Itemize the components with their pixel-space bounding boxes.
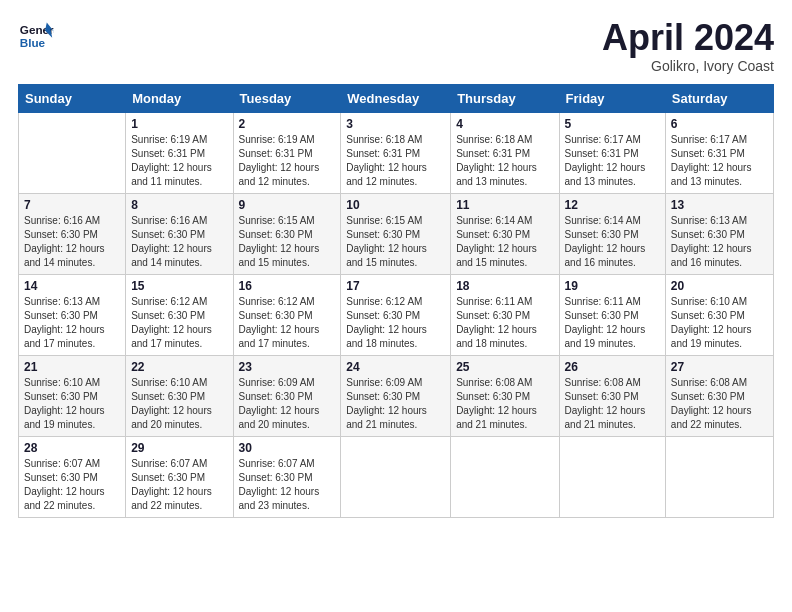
day-info: Sunrise: 6:16 AM Sunset: 6:30 PM Dayligh… [24, 215, 105, 268]
day-info: Sunrise: 6:07 AM Sunset: 6:30 PM Dayligh… [24, 458, 105, 511]
weekday-header-saturday: Saturday [665, 84, 773, 112]
day-info: Sunrise: 6:08 AM Sunset: 6:30 PM Dayligh… [456, 377, 537, 430]
calendar-cell: 3Sunrise: 6:18 AM Sunset: 6:31 PM Daylig… [341, 112, 451, 193]
day-number: 22 [131, 360, 227, 374]
calendar-cell: 6Sunrise: 6:17 AM Sunset: 6:31 PM Daylig… [665, 112, 773, 193]
calendar-cell: 7Sunrise: 6:16 AM Sunset: 6:30 PM Daylig… [19, 193, 126, 274]
day-number: 2 [239, 117, 336, 131]
calendar-cell: 23Sunrise: 6:09 AM Sunset: 6:30 PM Dayli… [233, 355, 341, 436]
day-number: 27 [671, 360, 768, 374]
day-info: Sunrise: 6:16 AM Sunset: 6:30 PM Dayligh… [131, 215, 212, 268]
calendar-cell: 14Sunrise: 6:13 AM Sunset: 6:30 PM Dayli… [19, 274, 126, 355]
logo: General Blue [18, 18, 58, 54]
day-info: Sunrise: 6:19 AM Sunset: 6:31 PM Dayligh… [131, 134, 212, 187]
day-number: 25 [456, 360, 553, 374]
weekday-header-friday: Friday [559, 84, 665, 112]
calendar-cell: 13Sunrise: 6:13 AM Sunset: 6:30 PM Dayli… [665, 193, 773, 274]
location: Golikro, Ivory Coast [602, 58, 774, 74]
day-info: Sunrise: 6:10 AM Sunset: 6:30 PM Dayligh… [671, 296, 752, 349]
day-number: 30 [239, 441, 336, 455]
day-info: Sunrise: 6:12 AM Sunset: 6:30 PM Dayligh… [131, 296, 212, 349]
day-number: 17 [346, 279, 445, 293]
weekday-header-sunday: Sunday [19, 84, 126, 112]
calendar-cell [559, 436, 665, 517]
calendar-cell [19, 112, 126, 193]
day-number: 24 [346, 360, 445, 374]
calendar-cell: 11Sunrise: 6:14 AM Sunset: 6:30 PM Dayli… [451, 193, 559, 274]
calendar-cell: 20Sunrise: 6:10 AM Sunset: 6:30 PM Dayli… [665, 274, 773, 355]
day-info: Sunrise: 6:14 AM Sunset: 6:30 PM Dayligh… [565, 215, 646, 268]
month-title: April 2024 [602, 18, 774, 58]
calendar-cell: 21Sunrise: 6:10 AM Sunset: 6:30 PM Dayli… [19, 355, 126, 436]
calendar-cell: 4Sunrise: 6:18 AM Sunset: 6:31 PM Daylig… [451, 112, 559, 193]
day-info: Sunrise: 6:18 AM Sunset: 6:31 PM Dayligh… [456, 134, 537, 187]
day-number: 12 [565, 198, 660, 212]
day-info: Sunrise: 6:08 AM Sunset: 6:30 PM Dayligh… [565, 377, 646, 430]
day-number: 19 [565, 279, 660, 293]
day-number: 18 [456, 279, 553, 293]
day-info: Sunrise: 6:12 AM Sunset: 6:30 PM Dayligh… [346, 296, 427, 349]
header: General Blue April 2024 Golikro, Ivory C… [18, 18, 774, 74]
day-info: Sunrise: 6:11 AM Sunset: 6:30 PM Dayligh… [565, 296, 646, 349]
calendar-cell: 10Sunrise: 6:15 AM Sunset: 6:30 PM Dayli… [341, 193, 451, 274]
calendar-cell: 28Sunrise: 6:07 AM Sunset: 6:30 PM Dayli… [19, 436, 126, 517]
day-number: 20 [671, 279, 768, 293]
day-info: Sunrise: 6:19 AM Sunset: 6:31 PM Dayligh… [239, 134, 320, 187]
calendar-cell: 19Sunrise: 6:11 AM Sunset: 6:30 PM Dayli… [559, 274, 665, 355]
day-number: 15 [131, 279, 227, 293]
day-info: Sunrise: 6:15 AM Sunset: 6:30 PM Dayligh… [239, 215, 320, 268]
calendar-cell: 15Sunrise: 6:12 AM Sunset: 6:30 PM Dayli… [126, 274, 233, 355]
calendar-cell: 5Sunrise: 6:17 AM Sunset: 6:31 PM Daylig… [559, 112, 665, 193]
day-number: 5 [565, 117, 660, 131]
day-number: 3 [346, 117, 445, 131]
calendar-cell: 29Sunrise: 6:07 AM Sunset: 6:30 PM Dayli… [126, 436, 233, 517]
calendar-cell: 8Sunrise: 6:16 AM Sunset: 6:30 PM Daylig… [126, 193, 233, 274]
day-info: Sunrise: 6:11 AM Sunset: 6:30 PM Dayligh… [456, 296, 537, 349]
day-number: 4 [456, 117, 553, 131]
day-info: Sunrise: 6:17 AM Sunset: 6:31 PM Dayligh… [671, 134, 752, 187]
day-number: 8 [131, 198, 227, 212]
calendar-cell: 17Sunrise: 6:12 AM Sunset: 6:30 PM Dayli… [341, 274, 451, 355]
day-info: Sunrise: 6:10 AM Sunset: 6:30 PM Dayligh… [24, 377, 105, 430]
calendar-cell: 1Sunrise: 6:19 AM Sunset: 6:31 PM Daylig… [126, 112, 233, 193]
calendar-cell [341, 436, 451, 517]
calendar-cell: 22Sunrise: 6:10 AM Sunset: 6:30 PM Dayli… [126, 355, 233, 436]
weekday-header-wednesday: Wednesday [341, 84, 451, 112]
day-number: 21 [24, 360, 120, 374]
day-number: 29 [131, 441, 227, 455]
day-number: 11 [456, 198, 553, 212]
day-info: Sunrise: 6:07 AM Sunset: 6:30 PM Dayligh… [131, 458, 212, 511]
calendar-page: General Blue April 2024 Golikro, Ivory C… [0, 0, 792, 612]
calendar-cell: 30Sunrise: 6:07 AM Sunset: 6:30 PM Dayli… [233, 436, 341, 517]
calendar-cell: 18Sunrise: 6:11 AM Sunset: 6:30 PM Dayli… [451, 274, 559, 355]
day-number: 6 [671, 117, 768, 131]
calendar-cell: 25Sunrise: 6:08 AM Sunset: 6:30 PM Dayli… [451, 355, 559, 436]
day-info: Sunrise: 6:09 AM Sunset: 6:30 PM Dayligh… [239, 377, 320, 430]
calendar-cell: 24Sunrise: 6:09 AM Sunset: 6:30 PM Dayli… [341, 355, 451, 436]
calendar-cell: 16Sunrise: 6:12 AM Sunset: 6:30 PM Dayli… [233, 274, 341, 355]
day-info: Sunrise: 6:18 AM Sunset: 6:31 PM Dayligh… [346, 134, 427, 187]
day-info: Sunrise: 6:13 AM Sunset: 6:30 PM Dayligh… [671, 215, 752, 268]
calendar-cell [665, 436, 773, 517]
day-number: 14 [24, 279, 120, 293]
day-number: 9 [239, 198, 336, 212]
day-number: 10 [346, 198, 445, 212]
weekday-header-tuesday: Tuesday [233, 84, 341, 112]
weekday-header-monday: Monday [126, 84, 233, 112]
calendar-table: SundayMondayTuesdayWednesdayThursdayFrid… [18, 84, 774, 518]
calendar-cell [451, 436, 559, 517]
day-number: 23 [239, 360, 336, 374]
day-info: Sunrise: 6:08 AM Sunset: 6:30 PM Dayligh… [671, 377, 752, 430]
calendar-cell: 9Sunrise: 6:15 AM Sunset: 6:30 PM Daylig… [233, 193, 341, 274]
day-number: 16 [239, 279, 336, 293]
day-number: 28 [24, 441, 120, 455]
day-info: Sunrise: 6:12 AM Sunset: 6:30 PM Dayligh… [239, 296, 320, 349]
day-info: Sunrise: 6:15 AM Sunset: 6:30 PM Dayligh… [346, 215, 427, 268]
logo-icon: General Blue [18, 18, 54, 54]
calendar-cell: 12Sunrise: 6:14 AM Sunset: 6:30 PM Dayli… [559, 193, 665, 274]
day-info: Sunrise: 6:09 AM Sunset: 6:30 PM Dayligh… [346, 377, 427, 430]
day-info: Sunrise: 6:10 AM Sunset: 6:30 PM Dayligh… [131, 377, 212, 430]
weekday-header-thursday: Thursday [451, 84, 559, 112]
title-area: April 2024 Golikro, Ivory Coast [602, 18, 774, 74]
day-info: Sunrise: 6:17 AM Sunset: 6:31 PM Dayligh… [565, 134, 646, 187]
